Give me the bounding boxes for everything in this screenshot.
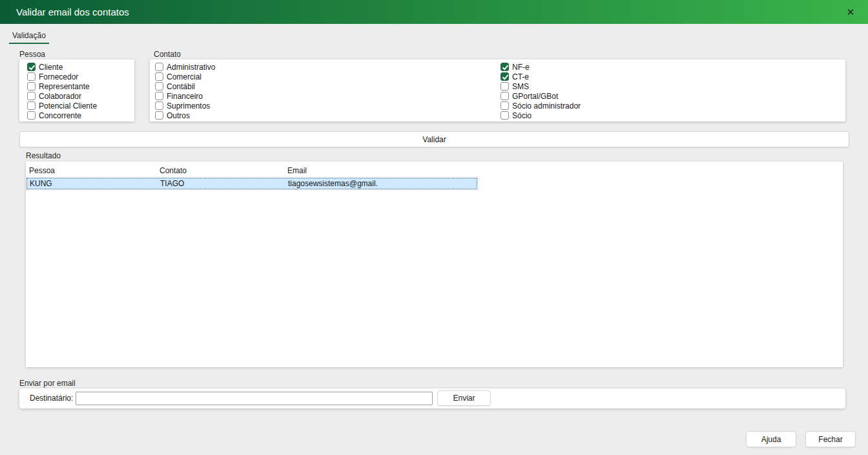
pessoa-group-box: Cliente Fornecedor Representante Colabor… (19, 59, 134, 122)
window-title: Validar email dos contatos (0, 6, 129, 17)
checkbox-icon[interactable] (501, 82, 509, 90)
close-button[interactable]: Fechar (805, 431, 856, 447)
pessoa-option-colaborador[interactable]: Colaborador (27, 91, 81, 101)
cell-contato: TIAGO (160, 179, 184, 188)
contato-option-socio[interactable]: Sócio (501, 111, 532, 120)
checkbox-icon[interactable] (155, 101, 163, 110)
checkbox-icon[interactable] (155, 111, 163, 120)
checkbox-icon[interactable] (501, 101, 509, 110)
contato-option-nfe[interactable]: NF-e (501, 62, 530, 72)
result-table: Pessoa Contato Email KUNG TIAGO tiagosew… (26, 162, 843, 367)
checkbox-label: Contábil (167, 82, 195, 91)
contato-option-gportal-gbot[interactable]: GPortal/GBot (501, 91, 558, 101)
tab-validacao[interactable]: Validação (9, 28, 49, 44)
close-icon[interactable]: ✕ (842, 0, 859, 24)
contato-option-cte[interactable]: CT-e (501, 72, 529, 81)
checkbox-icon[interactable] (155, 72, 163, 81)
checkbox-icon[interactable] (27, 82, 36, 90)
help-button[interactable]: Ajuda (746, 431, 796, 447)
contato-option-financeiro[interactable]: Financeiro (155, 91, 203, 101)
contato-option-socio-administrador[interactable]: Sócio administrador (501, 101, 581, 111)
checkbox-label: Fornecedor (39, 72, 78, 81)
pessoa-option-potencial-cliente[interactable]: Potencial Cliente (27, 101, 97, 111)
tab-bar: Validação (9, 28, 49, 44)
checkbox-label: Financeiro (167, 92, 203, 101)
checkbox-label: Sócio (512, 111, 532, 120)
contato-option-outros[interactable]: Outros (155, 111, 190, 120)
table-row[interactable]: KUNG TIAGO tiagosewsistemas@gmail. (26, 178, 477, 189)
destinatario-label: Destinatário: (30, 394, 73, 403)
checkbox-label: Potencial Cliente (39, 101, 97, 111)
pessoa-group-label: Pessoa (19, 50, 45, 59)
checkbox-icon[interactable] (501, 92, 509, 100)
cell-pessoa: KUNG (30, 179, 52, 188)
checkbox-icon[interactable] (155, 63, 163, 71)
destinatario-input[interactable] (76, 392, 433, 405)
checkbox-icon[interactable] (27, 92, 36, 100)
checkbox-label: NF-e (512, 63, 530, 72)
contato-option-contabil[interactable]: Contábil (155, 81, 195, 91)
checkbox-label: Suprimentos (167, 101, 210, 111)
checkbox-label: Outros (167, 111, 190, 120)
checkbox-icon[interactable] (27, 72, 36, 81)
checkbox-label: GPortal/GBot (512, 92, 558, 101)
col-header-pessoa[interactable]: Pessoa (29, 166, 55, 175)
validate-button[interactable]: Validar (19, 131, 849, 147)
checkbox-icon[interactable] (501, 63, 509, 71)
checkbox-label: SMS (512, 82, 529, 91)
send-email-label: Enviar por email (19, 379, 76, 388)
checkbox-icon[interactable] (501, 72, 509, 81)
contato-option-suprimentos[interactable]: Suprimentos (155, 101, 210, 111)
col-header-contato[interactable]: Contato (160, 166, 187, 175)
contato-option-administrativo[interactable]: Administrativo (155, 62, 215, 72)
checkbox-label: CT-e (512, 72, 529, 81)
checkbox-icon[interactable] (155, 82, 163, 90)
titlebar: Validar email dos contatos ✕ (0, 0, 868, 24)
checkbox-label: Comercial (167, 72, 202, 81)
checkbox-label: Representante (39, 82, 90, 91)
checkbox-label: Cliente (39, 63, 63, 72)
checkbox-label: Concorrente (39, 111, 81, 120)
result-label: Resultado (26, 151, 61, 160)
contato-option-comercial[interactable]: Comercial (155, 72, 202, 81)
pessoa-option-representante[interactable]: Representante (27, 81, 90, 91)
checkbox-label: Colaborador (39, 92, 81, 101)
checkbox-label: Administrativo (167, 63, 215, 72)
contato-group-label: Contato (154, 50, 181, 59)
checkbox-icon[interactable] (155, 92, 163, 100)
checkbox-icon[interactable] (27, 111, 36, 120)
send-email-panel: Destinatário: Enviar (19, 388, 845, 408)
pessoa-option-concorrente[interactable]: Concorrente (27, 111, 81, 120)
pessoa-option-cliente[interactable]: Cliente (27, 62, 63, 72)
pessoa-option-fornecedor[interactable]: Fornecedor (27, 72, 78, 81)
contato-group-box: Administrativo Comercial Contábil Financ… (150, 59, 845, 122)
send-button[interactable]: Enviar (437, 390, 491, 406)
cell-email: tiagosewsistemas@gmail. (288, 179, 378, 188)
checkbox-icon[interactable] (501, 111, 509, 120)
col-header-email[interactable]: Email (287, 166, 307, 175)
checkbox-icon[interactable] (27, 63, 36, 71)
contato-option-sms[interactable]: SMS (501, 81, 529, 91)
checkbox-label: Sócio administrador (512, 101, 581, 111)
checkbox-icon[interactable] (27, 101, 36, 110)
